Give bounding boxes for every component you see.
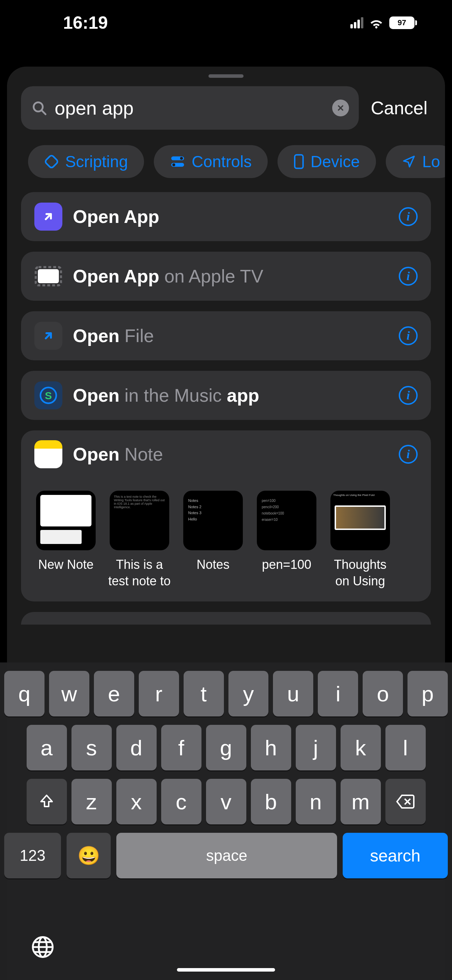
emoji-icon: 😀: [78, 845, 100, 866]
key-t[interactable]: t: [184, 671, 224, 716]
key-space[interactable]: space: [116, 833, 337, 878]
key-h[interactable]: h: [251, 725, 291, 770]
note-card-thoughts[interactable]: Thoughts on Using the Pixel Fold Thought…: [329, 491, 392, 590]
key-k[interactable]: k: [341, 725, 381, 770]
key-m[interactable]: m: [341, 779, 381, 824]
chip-device[interactable]: Device: [277, 145, 376, 178]
note-card-pen[interactable]: pen=100pencil=200notebook=100eraser=10 p…: [255, 491, 318, 590]
note-card-label: New Note: [38, 557, 94, 573]
key-shift[interactable]: [27, 779, 67, 824]
keyboard-row-3: z x c v b n m: [4, 779, 448, 824]
chip-location[interactable]: Lo: [386, 145, 445, 178]
key-a[interactable]: a: [27, 725, 67, 770]
wifi-icon: [368, 16, 384, 29]
result-peek[interactable]: [21, 612, 431, 625]
sheet-grabber[interactable]: [208, 74, 244, 78]
status-indicators: 97: [350, 16, 417, 29]
chip-scripting[interactable]: Scripting: [28, 145, 144, 178]
cellular-icon: [350, 17, 363, 29]
controls-icon: [170, 155, 185, 168]
key-n[interactable]: n: [296, 779, 336, 824]
key-g[interactable]: g: [206, 725, 246, 770]
result-title: Open File: [73, 325, 388, 346]
svg-rect-10: [38, 269, 59, 283]
chip-label: Device: [310, 152, 360, 171]
note-thumbnail: pen=100pencil=200notebook=100eraser=10: [257, 491, 317, 550]
key-search[interactable]: search: [343, 833, 448, 878]
svg-rect-9: [295, 155, 303, 169]
open-file-icon: [34, 322, 62, 350]
info-button[interactable]: i: [399, 445, 418, 464]
key-x[interactable]: x: [116, 779, 157, 824]
key-c[interactable]: c: [161, 779, 202, 824]
status-bar: 16:19 97: [0, 0, 452, 46]
apple-tv-icon: [34, 262, 62, 290]
note-card-label: Thoughts on Using the...: [329, 557, 392, 590]
category-chips[interactable]: Scripting Controls Device Lo: [7, 130, 445, 192]
note-card-test[interactable]: This is a test note to check the Writing…: [108, 491, 171, 590]
result-open-app[interactable]: Open App i: [21, 192, 431, 241]
search-field[interactable]: open app: [21, 86, 359, 130]
key-j[interactable]: j: [296, 725, 336, 770]
key-i[interactable]: i: [318, 671, 358, 716]
key-e[interactable]: e: [94, 671, 134, 716]
note-card-label: Notes: [197, 557, 229, 573]
search-input-text[interactable]: open app: [55, 97, 325, 119]
key-w[interactable]: w: [49, 671, 89, 716]
info-button[interactable]: i: [399, 386, 418, 405]
key-z[interactable]: z: [72, 779, 112, 824]
svg-point-6: [180, 157, 183, 160]
keyboard-row-4: 123 😀 space search: [4, 833, 448, 878]
result-title: Open App on Apple TV: [73, 266, 388, 287]
key-q[interactable]: q: [4, 671, 45, 716]
result-title: Open Note: [73, 444, 388, 465]
key-v[interactable]: v: [206, 779, 246, 824]
keyboard-row-2: a s d f g h j k l: [4, 725, 448, 770]
key-d[interactable]: d: [116, 725, 157, 770]
search-row: open app Cancel: [7, 86, 445, 130]
result-open-note[interactable]: Open Note i New Note This is a test note…: [21, 430, 431, 601]
note-card-label: pen=100: [262, 557, 311, 573]
key-p[interactable]: p: [407, 671, 448, 716]
info-button[interactable]: i: [399, 326, 418, 345]
key-f[interactable]: f: [161, 725, 202, 770]
battery-icon: 97: [389, 16, 417, 29]
location-icon: [402, 154, 416, 169]
device-icon: [294, 154, 304, 169]
result-open-apple-tv[interactable]: Open App on Apple TV i: [21, 252, 431, 301]
key-backspace[interactable]: [385, 779, 426, 824]
globe-icon: [31, 935, 55, 959]
key-b[interactable]: b: [251, 779, 291, 824]
info-button[interactable]: i: [399, 267, 418, 286]
key-u[interactable]: u: [273, 671, 313, 716]
note-card-new[interactable]: New Note: [34, 491, 97, 590]
result-open-file[interactable]: Open File i: [21, 311, 431, 360]
note-cards: New Note This is a test note to check th…: [34, 491, 418, 590]
key-l[interactable]: l: [385, 725, 426, 770]
clear-search-button[interactable]: [332, 100, 349, 116]
key-s[interactable]: s: [72, 725, 112, 770]
search-results: Open App i Open App on Apple TV i Open F…: [7, 192, 445, 601]
note-card-notes[interactable]: Notes Notes 2 Notes 3 Hello Notes: [181, 491, 245, 590]
key-y[interactable]: y: [228, 671, 269, 716]
result-open-music[interactable]: S Open in the Music app i: [21, 371, 431, 420]
key-numbers[interactable]: 123: [4, 833, 61, 878]
globe-button[interactable]: [31, 935, 55, 959]
chip-controls[interactable]: Controls: [154, 145, 268, 178]
home-indicator[interactable]: [177, 968, 275, 972]
chip-label: Scripting: [65, 152, 128, 171]
note-thumbnail: This is a test note to check the Writing…: [110, 491, 169, 550]
status-time: 16:19: [63, 13, 108, 33]
key-emoji[interactable]: 😀: [67, 833, 111, 878]
key-r[interactable]: r: [139, 671, 179, 716]
search-icon: [31, 100, 48, 116]
info-button[interactable]: i: [399, 207, 418, 226]
music-app-icon: S: [34, 381, 62, 409]
cancel-button[interactable]: Cancel: [371, 97, 428, 118]
svg-point-8: [172, 163, 175, 166]
result-title: Open in the Music app: [73, 385, 388, 406]
note-thumbnail: Thoughts on Using the Pixel Fold: [330, 491, 390, 550]
x-icon: [336, 104, 345, 112]
key-o[interactable]: o: [363, 671, 403, 716]
svg-text:S: S: [45, 390, 52, 401]
